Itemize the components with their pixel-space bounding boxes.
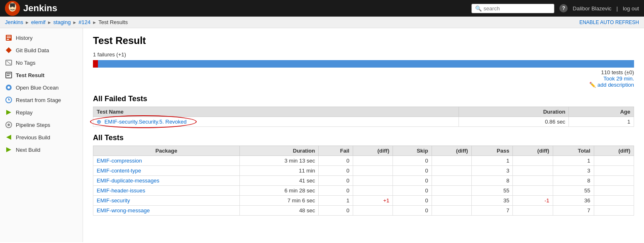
sidebar-item-replay[interactable]: Replay [0, 106, 83, 119]
pkg-total-1: 3 [553, 166, 594, 176]
nextbuild-icon [5, 146, 12, 153]
col-pass: Pass [471, 146, 512, 156]
header: Jenkins 🔍 ? Dalibor Blazevic | log out [0, 0, 644, 17]
sidebar-item-restart-from-stage[interactable]: Restart from Stage [0, 94, 83, 106]
failed-test-link[interactable]: EMIF-security.Security.5. Revoked [105, 119, 187, 125]
history-icon [5, 34, 12, 41]
sidebar-label-notags: No Tags [16, 60, 35, 66]
search-box[interactable]: 🔍 [471, 4, 554, 13]
sidebar-item-history[interactable]: History [0, 32, 83, 44]
table-row: EMIF-wrong-message 48 sec 0 0 7 7 [93, 206, 634, 216]
col-skip-diff: (diff) [432, 146, 471, 156]
pkg-duration-4: 7 min 6 sec [239, 196, 318, 206]
help-icon[interactable]: ? [559, 4, 568, 12]
breadcrumb-current: Test Results [98, 19, 128, 25]
add-description-link[interactable]: ✏️ add description [589, 82, 634, 88]
pkg-name-1: EMIF-content-type [93, 166, 240, 176]
pkg-pass-1: 3 [471, 166, 512, 176]
sidebar-label-replay: Replay [16, 109, 32, 116]
svg-rect-7 [7, 37, 11, 38]
table-row: EMIF-header-issues 6 min 28 sec 0 0 55 5… [93, 186, 634, 196]
pkg-pass-diff-5 [513, 206, 553, 216]
pkg-pass-diff-3 [513, 186, 553, 196]
sep2: ► [47, 20, 52, 25]
col-total-diff: (diff) [594, 146, 634, 156]
breadcrumb-build-number[interactable]: #124 [78, 19, 90, 25]
svg-line-11 [7, 61, 11, 64]
sidebar-label-blueocean: Open Blue Ocean [16, 85, 59, 91]
testresult-icon [5, 71, 12, 79]
table-row: EMIF-duplicate-messages 41 sec 0 0 8 8 [93, 176, 634, 186]
svg-point-16 [7, 86, 10, 89]
enable-auto-refresh[interactable]: ENABLE AUTO REFRESH [579, 19, 639, 25]
header-left: Jenkins [5, 1, 57, 16]
sidebar: History Git Build Data No Tags Test Resu… [0, 28, 83, 242]
pkg-link-5[interactable]: EMIF-wrong-message [97, 207, 150, 214]
test-time-link[interactable]: Took 29 min. [603, 75, 634, 82]
col-pass-diff: (diff) [513, 146, 553, 156]
progress-bar-fail [93, 60, 98, 68]
pkg-link-4[interactable]: EMIF-security [97, 197, 130, 204]
pkg-total-2: 8 [553, 176, 594, 186]
logout-link[interactable]: log out [623, 5, 639, 12]
pkg-total-diff-1 [594, 166, 634, 176]
pkg-link-0[interactable]: EMIF-compression [97, 158, 142, 164]
pkg-skip-diff-5 [432, 206, 471, 216]
pkg-total-5: 7 [553, 206, 594, 216]
failed-tests-title: All Failed Tests [93, 95, 634, 103]
breadcrumb-jenkins[interactable]: Jenkins [5, 19, 23, 25]
pkg-skip-2: 0 [393, 176, 432, 186]
pkg-pass-5: 7 [471, 206, 512, 216]
pkg-duration-0: 3 min 13 sec [239, 156, 318, 166]
breadcrumb-staging[interactable]: staging [54, 19, 71, 25]
search-input[interactable] [483, 5, 550, 12]
progress-bar [93, 60, 634, 68]
header-right: 🔍 ? Dalibor Blazevic | log out [471, 4, 639, 13]
pkg-pass-diff-0 [513, 156, 553, 166]
sidebar-item-previous-build[interactable]: Previous Build [0, 131, 83, 143]
pkg-fail-1: 0 [319, 166, 353, 176]
sidebar-item-pipeline-steps[interactable]: Pipeline Steps [0, 119, 83, 131]
header-user: Dalibor Blazevic [573, 5, 611, 12]
pkg-link-2[interactable]: EMIF-duplicate-messages [97, 177, 159, 184]
all-tests-title: All Tests [93, 134, 634, 142]
col-package: Package [93, 146, 240, 156]
sidebar-item-open-blue-ocean[interactable]: Open Blue Ocean [0, 81, 83, 94]
sep4: ► [92, 20, 97, 25]
sidebar-item-git-build-data[interactable]: Git Build Data [0, 44, 83, 56]
pkg-link-3[interactable]: EMIF-header-issues [97, 187, 145, 194]
pkg-total-0: 1 [553, 156, 594, 166]
pkg-skip-5: 0 [393, 206, 432, 216]
pkg-fail-5: 0 [319, 206, 353, 216]
pkg-name-2: EMIF-duplicate-messages [93, 176, 240, 186]
col-fail: Fail [319, 146, 353, 156]
main-content: Test Result 1 failures (+1) 110 tests (±… [83, 28, 644, 242]
jenkins-logo [5, 1, 20, 16]
pkg-name-4: EMIF-security [93, 196, 240, 206]
failures-summary: 1 failures (+1) [93, 51, 634, 58]
sidebar-item-test-result[interactable]: Test Result [0, 69, 83, 81]
git-icon [5, 46, 12, 54]
pkg-total-diff-3 [594, 186, 634, 196]
col-age: Age [569, 107, 634, 117]
sidebar-item-no-tags[interactable]: No Tags [0, 56, 83, 69]
sidebar-label-testresult: Test Result [16, 72, 44, 78]
restart-icon [5, 96, 12, 104]
svg-rect-4 [10, 3, 15, 7]
pkg-fail-0: 0 [319, 156, 353, 166]
pkg-skip-1: 0 [393, 166, 432, 176]
pkg-fail-3: 0 [319, 186, 353, 196]
pkg-skip-diff-1 [432, 166, 471, 176]
pkg-skip-3: 0 [393, 186, 432, 196]
pipeline-icon [5, 121, 12, 129]
table-row: EMIF-content-type 11 min 0 0 3 3 [93, 166, 634, 176]
pkg-total-3: 55 [553, 186, 594, 196]
svg-marker-21 [6, 135, 11, 140]
pkg-link-1[interactable]: EMIF-content-type [97, 168, 141, 174]
breadcrumb-elemif[interactable]: elemif [31, 19, 46, 25]
pkg-total-diff-0 [594, 156, 634, 166]
sidebar-item-next-build[interactable]: Next Build [0, 143, 83, 156]
sep3: ► [72, 20, 77, 25]
pkg-duration-2: 41 sec [239, 176, 318, 186]
pkg-fail-diff-0 [353, 156, 393, 166]
